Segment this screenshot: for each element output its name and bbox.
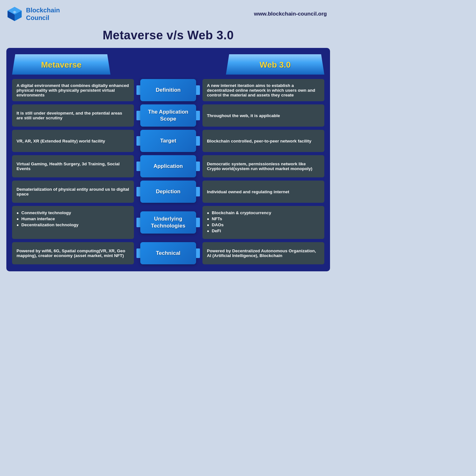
page-title: Metaverse v/s Web 3.0 xyxy=(0,25,336,48)
row-definition: A digital environment that combines digi… xyxy=(12,79,324,101)
right-connector-icon xyxy=(196,162,200,171)
metaverse-title: Metaverse xyxy=(41,60,81,70)
column-headers: Metaverse Web 3.0 xyxy=(12,54,324,75)
metaverse-scope: It is still under development, and the p… xyxy=(12,104,134,127)
comparison-rows: A digital environment that combines digi… xyxy=(12,79,324,264)
web3-tech-item-4: DeFi xyxy=(207,228,271,233)
left-connector-icon xyxy=(136,218,140,227)
label-definition: Definition xyxy=(156,87,181,94)
right-connector-icon xyxy=(196,248,200,258)
right-connector-icon xyxy=(196,187,200,196)
logo-area: Blockchain Council xyxy=(6,6,60,22)
web3-tech-item-2: NFTs xyxy=(207,216,271,221)
website-url: www.blockchain-council.org xyxy=(254,11,327,17)
metaverse-tech-item-3: Decentralization technology xyxy=(17,222,78,227)
label-application: Application xyxy=(154,163,183,170)
row-scope: It is still under development, and the p… xyxy=(12,104,324,127)
web3-target: Blockchain controlled, peer-to-peer netw… xyxy=(202,130,324,152)
row-technical: Powered by wifi6, 6G, Spatial computing(… xyxy=(12,242,324,264)
row-depiction: Dematerialization of physical entity aro… xyxy=(12,181,324,203)
comparison-table: Metaverse Web 3.0 A digital environment … xyxy=(6,48,330,271)
center-technologies: Underlying Technologies xyxy=(136,206,200,239)
right-connector-icon xyxy=(196,136,200,146)
metaverse-technologies: Connectivity technology Human interface … xyxy=(12,206,134,239)
label-depiction: Depiction xyxy=(156,188,180,195)
center-depiction: Depiction xyxy=(136,181,200,203)
metaverse-technical: Powered by wifi6, 6G, Spatial computing(… xyxy=(12,242,134,264)
web3-technologies: Blockchain & cryptocurrency NFTs DAOs De… xyxy=(202,206,324,239)
metaverse-target: VR, AR, XR (Extended Reality) world faci… xyxy=(12,130,134,152)
center-technical: Technical xyxy=(136,242,200,264)
web3-application: Democratic system, permissionless networ… xyxy=(202,155,324,177)
label-technical: Technical xyxy=(156,250,180,257)
metaverse-application: Virtual Gaming, Health Surgery, 3d Train… xyxy=(12,155,134,177)
left-connector-icon xyxy=(136,187,140,196)
blockchain-council-logo-icon xyxy=(6,6,23,22)
row-technologies: Connectivity technology Human interface … xyxy=(12,206,324,239)
header: Blockchain Council www.blockchain-counci… xyxy=(0,0,336,25)
left-connector-icon xyxy=(136,248,140,258)
web3-definition: A new internet iteration aims to establi… xyxy=(202,79,324,101)
row-application: Virtual Gaming, Health Surgery, 3d Train… xyxy=(12,155,324,177)
web3-tech-list: Blockchain & cryptocurrency NFTs DAOs De… xyxy=(207,210,271,235)
row-target: VR, AR, XR (Extended Reality) world faci… xyxy=(12,130,324,152)
left-connector-icon xyxy=(136,162,140,171)
metaverse-depiction: Dematerialization of physical entity aro… xyxy=(12,181,134,203)
right-connector-icon xyxy=(196,85,200,95)
left-connector-icon xyxy=(136,111,140,120)
web3-title: Web 3.0 xyxy=(260,60,291,70)
metaverse-tech-item-1: Connectivity technology xyxy=(17,210,78,215)
web3-depiction: Individual owned and regulating internet xyxy=(202,181,324,203)
label-technologies: Underlying Technologies xyxy=(151,215,185,229)
center-definition: Definition xyxy=(136,79,200,101)
center-scope: The Application Scope xyxy=(136,104,200,127)
right-connector-icon xyxy=(196,218,200,227)
web3-technical: Powered by Decentralized Autonomous Orga… xyxy=(202,242,324,264)
logo-text: Blockchain Council xyxy=(26,6,60,22)
left-connector-icon xyxy=(136,85,140,95)
web3-tech-item-3: DAOs xyxy=(207,222,271,227)
metaverse-tech-list: Connectivity technology Human interface … xyxy=(17,210,78,228)
metaverse-definition: A digital environment that combines digi… xyxy=(12,79,134,101)
label-scope: The Application Scope xyxy=(148,109,188,122)
metaverse-tech-item-2: Human interface xyxy=(17,216,78,221)
web3-scope: Throughout the web, it is applicable xyxy=(202,104,324,127)
center-application: Application xyxy=(136,155,200,177)
web3-tech-item-1: Blockchain & cryptocurrency xyxy=(207,210,271,215)
left-connector-icon xyxy=(136,136,140,146)
web3-header: Web 3.0 xyxy=(226,54,324,75)
center-target: Target xyxy=(136,130,200,152)
right-connector-icon xyxy=(196,111,200,120)
metaverse-header: Metaverse xyxy=(12,54,110,75)
label-target: Target xyxy=(160,137,176,144)
